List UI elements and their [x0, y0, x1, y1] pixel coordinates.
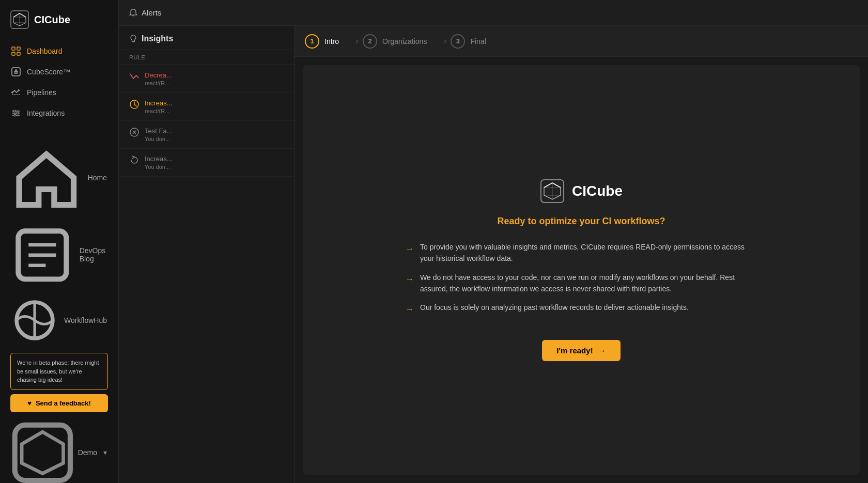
point-arrow-2: →	[406, 273, 414, 286]
ready-button[interactable]: I'm ready! →	[542, 340, 620, 361]
sidebar-item-home[interactable]: Home	[5, 137, 113, 218]
step-2-label: Organizations	[382, 37, 427, 45]
modal-points: → To provide you with valuable insights …	[406, 241, 757, 323]
point-arrow-1: →	[406, 242, 414, 256]
step-3-label: Final	[470, 37, 486, 45]
sidebar-item-cubescore[interactable]: CubeScore™	[5, 62, 113, 82]
main-area: Alerts Insights Rule Decrea...	[119, 0, 868, 483]
insight-item-3[interactable]: Test Fa... You don...	[119, 121, 294, 149]
modal-content: CICube Ready to optimize your CI workflo…	[303, 65, 860, 475]
step-2-num: 2	[363, 34, 377, 49]
sidebar-item-devops-blog[interactable]: DevOps Blog	[5, 219, 113, 291]
beta-notice: We're in beta phase; there might be smal…	[10, 353, 108, 390]
step-3-num: 3	[451, 34, 465, 49]
sidebar-item-home-label: Home	[88, 174, 107, 182]
step-arrow-1: ›	[355, 36, 359, 46]
modal-point-text-2: We do not have access to your code, nor …	[420, 272, 757, 295]
demo-label: Demo	[78, 448, 97, 457]
feedback-button[interactable]: ♥ Send a feedback!	[10, 394, 108, 412]
logo-area[interactable]: CICube	[0, 0, 118, 41]
modal-point-1: → To provide you with valuable insights …	[406, 241, 757, 264]
feedback-label: Send a feedback!	[36, 399, 91, 407]
modal-point-text-3: Our focus is solely on analyzing past wo…	[420, 302, 689, 313]
sidebar: CICube Dashboard CubeScore™	[0, 0, 119, 483]
insight-name-2: Increas...	[145, 99, 172, 107]
lightbulb-icon	[129, 35, 137, 43]
modal-point-2: → We do not have access to your code, no…	[406, 272, 757, 295]
insight-name-1: Decrea...	[145, 71, 172, 79]
modal-area: 1 Intro › 2 Organizations › 3 Final	[295, 26, 868, 483]
insight-text-1: Decrea... react/(R...	[145, 71, 172, 86]
stepper: 1 Intro › 2 Organizations › 3 Final	[295, 26, 868, 57]
svg-point-20	[13, 110, 16, 112]
sidebar-item-integrations[interactable]: Integrations	[5, 103, 113, 123]
insights-table-header: Rule	[119, 50, 294, 65]
topbar-alert-label: Alerts	[142, 8, 161, 17]
svg-line-41	[544, 183, 552, 188]
sidebar-item-dashboard-label: Dashboard	[27, 47, 63, 55]
home-icon	[11, 143, 82, 213]
decrease-icon	[129, 71, 140, 82]
topbar: Alerts	[119, 0, 868, 26]
insights-panel: Insights Rule Decrea... react/(R...	[119, 26, 295, 483]
ready-arrow: →	[598, 346, 606, 355]
sidebar-item-workflowhub[interactable]: WorkflowHub	[5, 292, 113, 349]
step-arrow-2: ›	[443, 36, 446, 46]
demo-item[interactable]: Demo ▾	[5, 416, 113, 483]
insight-sub-3: You don...	[145, 136, 172, 142]
sidebar-bottom: Home DevOps Blog WorkflowHub We're in be…	[0, 132, 118, 483]
test-fail-icon	[129, 127, 140, 137]
cubescore-icon	[11, 67, 21, 76]
sidebar-item-pipelines[interactable]: Pipelines	[5, 83, 113, 102]
insight-sub-2: react/(R...	[145, 108, 172, 114]
svg-rect-10	[17, 52, 20, 55]
svg-point-21	[17, 112, 19, 114]
insights-title: Insights	[142, 34, 173, 43]
refresh-icon	[129, 155, 140, 165]
sidebar-item-cubescore-label: CubeScore™	[27, 68, 70, 76]
modal-point-text-1: To provide you with valuable insights an…	[420, 241, 757, 264]
insight-sub-4: You don...	[145, 164, 172, 170]
svg-rect-9	[12, 52, 15, 55]
modal-subtitle: Ready to optimize your CI workflows?	[497, 216, 665, 227]
modal-logo: CICube	[540, 179, 623, 204]
app-name: CICube	[34, 14, 70, 26]
insight-item-4[interactable]: Increas... You don...	[119, 149, 294, 177]
sidebar-item-workflowhub-label: WorkflowHub	[64, 316, 107, 324]
svg-marker-30	[22, 432, 63, 473]
insight-sub-1: react/(R...	[145, 80, 172, 86]
svg-line-42	[552, 183, 561, 188]
insight-text-3: Test Fa... You don...	[145, 127, 172, 142]
svg-point-22	[14, 114, 16, 116]
insights-header: Insights	[119, 26, 294, 50]
insight-item-1[interactable]: Decrea... react/(R...	[119, 65, 294, 93]
insight-name-3: Test Fa...	[145, 127, 172, 135]
bell-icon	[129, 9, 137, 17]
workflowhub-icon	[11, 297, 58, 344]
modal-cube-icon	[540, 179, 565, 204]
svg-line-6	[20, 13, 26, 17]
svg-rect-8	[17, 47, 20, 50]
sidebar-item-dashboard[interactable]: Dashboard	[5, 41, 113, 61]
insight-text-4: Increas... You don...	[145, 155, 172, 170]
heart-icon: ♥	[27, 399, 32, 407]
cube-logo-icon	[10, 10, 29, 29]
step-1-num: 1	[305, 34, 319, 49]
point-arrow-3: →	[406, 303, 414, 316]
insight-item-2[interactable]: Increas... react/(R...	[119, 93, 294, 121]
modal-point-3: → Our focus is solely on analyzing past …	[406, 302, 757, 316]
blog-icon	[11, 224, 73, 286]
pipelines-icon	[11, 88, 21, 97]
step-2: 2 Organizations	[363, 34, 439, 49]
sidebar-item-integrations-label: Integrations	[27, 109, 65, 117]
insight-name-4: Increas...	[145, 155, 172, 163]
step-1-label: Intro	[324, 37, 339, 45]
insight-text-2: Increas... react/(R...	[145, 99, 172, 114]
demo-cube-icon	[11, 422, 74, 483]
step-3: 3 Final	[451, 34, 498, 49]
insights-list: Decrea... react/(R... Increas... react/(…	[119, 65, 294, 483]
modal-logo-text: CICube	[572, 183, 623, 199]
sidebar-nav: Dashboard CubeScore™ Pipelines	[0, 41, 118, 124]
ready-label: I'm ready!	[556, 346, 593, 355]
integrations-icon	[11, 108, 21, 118]
